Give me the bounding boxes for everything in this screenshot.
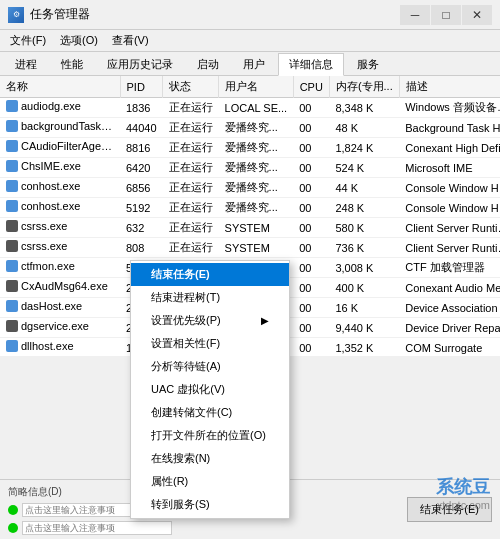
ctx-item-label: 结束任务(E)	[151, 267, 210, 282]
proc-name: dasHost.exe	[21, 300, 82, 312]
proc-desc: Background Task Host	[399, 118, 500, 138]
proc-mem: 8,348 K	[329, 98, 399, 118]
proc-pid: 5192	[120, 198, 163, 218]
ctx-menu-item-2[interactable]: 设置优先级(P)▶	[131, 309, 289, 332]
proc-name-cell: ctfmon.exe	[0, 258, 120, 274]
proc-cpu: 00	[293, 318, 329, 338]
proc-cpu: 00	[293, 138, 329, 158]
proc-mem: 736 K	[329, 238, 399, 258]
ctx-item-arrow: ▶	[261, 315, 269, 326]
tab-4[interactable]: 用户	[232, 53, 276, 75]
proc-mem: 1,352 K	[329, 338, 399, 357]
proc-name: dllhost.exe	[21, 340, 74, 352]
ctx-menu-item-0[interactable]: 结束任务(E)	[131, 263, 289, 286]
table-row[interactable]: audiodg.exe1836正在运行LOCAL SE...008,348 KW…	[0, 98, 500, 118]
ctx-menu-item-7[interactable]: 打开文件所在的位置(O)	[131, 424, 289, 447]
table-header-row: 名称 PID 状态 用户名 CPU 内存(专用... 描述	[0, 76, 500, 98]
ctx-menu-item-4[interactable]: 分析等待链(A)	[131, 355, 289, 378]
menu-item-F[interactable]: 文件(F)	[4, 31, 52, 50]
proc-desc: Device Association Fr...	[399, 298, 500, 318]
proc-desc: Console Window Host	[399, 198, 500, 218]
proc-name: audiodg.exe	[21, 100, 81, 112]
proc-mem: 44 K	[329, 178, 399, 198]
ctx-item-label: 设置优先级(P)	[151, 313, 221, 328]
tab-3[interactable]: 启动	[186, 53, 230, 75]
ctx-menu-item-8[interactable]: 在线搜索(N)	[131, 447, 289, 470]
ctx-item-label: UAC 虚拟化(V)	[151, 382, 225, 397]
ctx-menu-item-6[interactable]: 创建转储文件(C)	[131, 401, 289, 424]
col-desc[interactable]: 描述	[399, 76, 500, 98]
table-row[interactable]: csrss.exe808正在运行SYSTEM00736 KClient Serv…	[0, 238, 500, 258]
proc-name-cell: conhost.exe	[0, 178, 120, 194]
proc-name-cell: backgroundTaskH...	[0, 118, 120, 134]
proc-name-cell: csrss.exe	[0, 238, 120, 254]
proc-pid: 44040	[120, 118, 163, 138]
title-bar-buttons: ─ □ ✕	[400, 5, 492, 25]
menu-item-V[interactable]: 查看(V)	[106, 31, 155, 50]
tab-bar: 进程性能应用历史记录启动用户详细信息服务	[0, 52, 500, 76]
col-pid[interactable]: PID	[120, 76, 163, 98]
proc-cpu: 00	[293, 278, 329, 298]
proc-pid: 1836	[120, 98, 163, 118]
ctx-menu-item-9[interactable]: 属性(R)	[131, 470, 289, 493]
ctx-menu-item-1[interactable]: 结束进程树(T)	[131, 286, 289, 309]
table-row[interactable]: conhost.exe6856正在运行爱播终究...0044 KConsole …	[0, 178, 500, 198]
ctx-menu-item-3[interactable]: 设置相关性(F)	[131, 332, 289, 355]
table-row[interactable]: backgroundTaskH...44040正在运行爱播终究...0048 K…	[0, 118, 500, 138]
proc-name: dgservice.exe	[21, 320, 89, 332]
tab-1[interactable]: 性能	[50, 53, 94, 75]
maximize-button[interactable]: □	[431, 5, 461, 25]
menu-item-O[interactable]: 选项(O)	[54, 31, 104, 50]
col-user[interactable]: 用户名	[219, 76, 294, 98]
note-input-2[interactable]	[22, 521, 172, 535]
window-title: 任务管理器	[30, 6, 90, 23]
ctx-item-label: 转到服务(S)	[151, 497, 210, 512]
proc-user: 爱播终究...	[219, 138, 294, 158]
proc-name-cell: dllhost.exe	[0, 338, 120, 354]
proc-name-cell: dgservice.exe	[0, 318, 120, 334]
proc-name-cell: dasHost.exe	[0, 298, 120, 314]
green-dot-1	[8, 505, 18, 515]
table-row[interactable]: ChsIME.exe6420正在运行爱播终究...00524 KMicrosof…	[0, 158, 500, 178]
proc-icon	[6, 260, 18, 272]
proc-mem: 1,824 K	[329, 138, 399, 158]
col-mem[interactable]: 内存(专用...	[329, 76, 399, 98]
tab-2[interactable]: 应用历史记录	[96, 53, 184, 75]
proc-mem: 580 K	[329, 218, 399, 238]
tab-5[interactable]: 详细信息	[278, 53, 344, 76]
minimize-button[interactable]: ─	[400, 5, 430, 25]
proc-desc: Client Server Runtime ...	[399, 238, 500, 258]
proc-desc: Conexant Audio Mess...	[399, 278, 500, 298]
proc-user: 爱播终究...	[219, 158, 294, 178]
proc-icon	[6, 200, 18, 212]
col-name[interactable]: 名称	[0, 76, 120, 98]
col-status[interactable]: 状态	[163, 76, 219, 98]
proc-status: 正在运行	[163, 238, 219, 258]
close-button[interactable]: ✕	[462, 5, 492, 25]
proc-name-cell: csrss.exe	[0, 218, 120, 234]
table-row[interactable]: CAudioFilterAgent...8816正在运行爱播终究...001,8…	[0, 138, 500, 158]
proc-pid: 808	[120, 238, 163, 258]
col-cpu[interactable]: CPU	[293, 76, 329, 98]
proc-cpu: 00	[293, 338, 329, 357]
proc-mem: 48 K	[329, 118, 399, 138]
context-menu: 结束任务(E)结束进程树(T)设置优先级(P)▶设置相关性(F)分析等待链(A)…	[130, 260, 290, 519]
ctx-menu-item-10[interactable]: 转到服务(S)	[131, 493, 289, 516]
green-dot-2	[8, 523, 18, 533]
proc-cpu: 00	[293, 178, 329, 198]
proc-mem: 524 K	[329, 158, 399, 178]
table-row[interactable]: conhost.exe5192正在运行爱播终究...00248 KConsole…	[0, 198, 500, 218]
proc-status: 正在运行	[163, 178, 219, 198]
proc-name: conhost.exe	[21, 180, 80, 192]
tab-0[interactable]: 进程	[4, 53, 48, 75]
proc-icon	[6, 280, 18, 292]
proc-pid: 6420	[120, 158, 163, 178]
proc-desc: COM Surrogate	[399, 338, 500, 357]
tab-6[interactable]: 服务	[346, 53, 390, 75]
proc-user: SYSTEM	[219, 238, 294, 258]
ctx-menu-item-5[interactable]: UAC 虚拟化(V)	[131, 378, 289, 401]
proc-cpu: 00	[293, 198, 329, 218]
end-task-button[interactable]: 结束任务(E)	[407, 497, 492, 522]
proc-mem: 3,008 K	[329, 258, 399, 278]
table-row[interactable]: csrss.exe632正在运行SYSTEM00580 KClient Serv…	[0, 218, 500, 238]
